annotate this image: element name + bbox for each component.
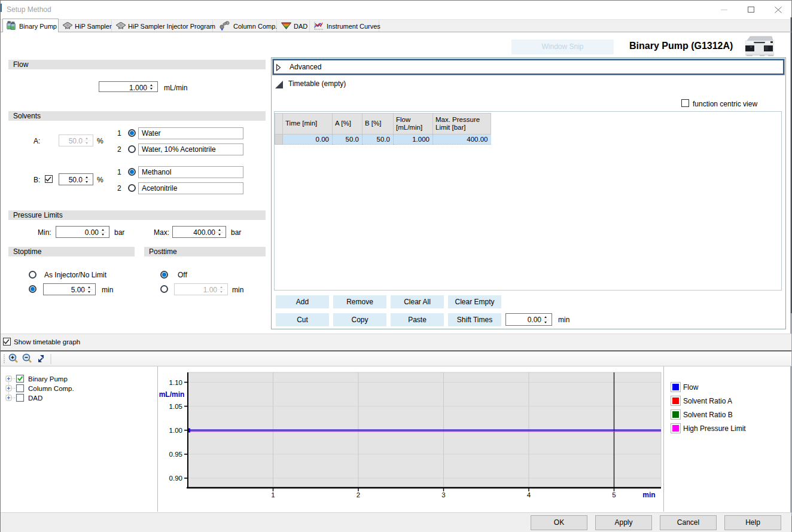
svg-text:0.90: 0.90 bbox=[169, 475, 182, 482]
svg-text:1.00: 1.00 bbox=[169, 427, 182, 434]
svg-text:3: 3 bbox=[441, 491, 445, 499]
svg-text:5: 5 bbox=[612, 491, 616, 499]
svg-text:min: min bbox=[642, 491, 655, 499]
svg-text:Binary Pump: Binary Pump bbox=[28, 375, 68, 383]
svg-text:mL/min: mL/min bbox=[159, 390, 185, 399]
svg-text:1.10: 1.10 bbox=[169, 379, 182, 386]
svg-text:4: 4 bbox=[527, 491, 531, 499]
svg-text:2: 2 bbox=[357, 491, 360, 499]
svg-text:DAD: DAD bbox=[28, 395, 42, 402]
svg-text:1.05: 1.05 bbox=[169, 403, 182, 410]
svg-text:0.95: 0.95 bbox=[169, 451, 182, 458]
svg-text:1: 1 bbox=[271, 491, 275, 499]
svg-text:Column Comp.: Column Comp. bbox=[28, 385, 74, 392]
